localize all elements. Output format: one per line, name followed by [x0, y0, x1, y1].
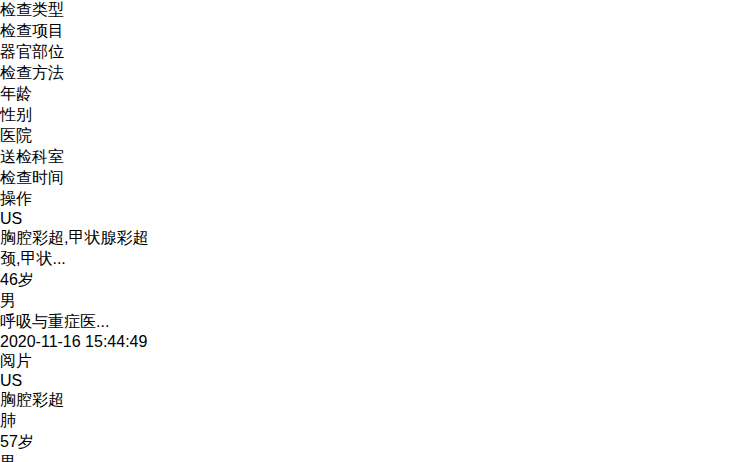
cell-exam-item: 胸腔彩超,甲状腺彩超: [0, 228, 750, 249]
col-header-action: 操作: [0, 189, 750, 210]
col-header-exam-item: 检查项目: [0, 21, 750, 42]
col-header-age: 年龄: [0, 84, 750, 105]
col-header-exam-type: 检查类型: [0, 0, 750, 21]
table-body: US 胸腔彩超,甲状腺彩超 颈,甲状... 46岁 男 呼吸与重症医... 20…: [0, 210, 750, 462]
cell-organ: 颈,甲状...: [0, 249, 750, 270]
cell-gender: 男: [0, 291, 750, 312]
col-header-gender: 性别: [0, 105, 750, 126]
cell-age: 46岁: [0, 270, 750, 291]
col-header-department: 送检科室: [0, 147, 750, 168]
cell-exam-item: 胸腔彩超: [0, 390, 750, 411]
cell-organ: 肺: [0, 411, 750, 432]
col-header-organ: 器官部位: [0, 42, 750, 63]
cell-age: 57岁: [0, 432, 750, 453]
table-row: US 胸腔彩超,甲状腺彩超 颈,甲状... 46岁 男 呼吸与重症医... 20…: [0, 210, 750, 372]
cell-exam-type: US: [0, 210, 750, 228]
cell-gender: 男: [0, 453, 750, 462]
cell-action: 阅片: [0, 351, 750, 372]
cell-exam-time: 2020-11-16 15:44:49: [0, 333, 750, 351]
col-header-hospital: 医院: [0, 126, 750, 147]
col-header-method: 检查方法: [0, 63, 750, 84]
exam-time-label: 检查时间: [0, 169, 64, 186]
table-row: US 胸腔彩超 肺 57岁 男 呼吸与重症医... 2020-11-25 13:…: [0, 372, 750, 462]
table-header-row: 检查类型 检查项目 器官部位 检查方法 年龄 性别 医院 送检科室 检查时间 操…: [0, 0, 750, 210]
exam-list-screen: 检查类型 检查项目 器官部位 检查方法 年龄 性别 医院 送检科室 检查时间 操…: [0, 0, 750, 462]
cell-department: 呼吸与重症医...: [0, 312, 750, 333]
view-image-link[interactable]: 阅片: [0, 352, 32, 369]
cell-exam-type: US: [0, 372, 750, 390]
col-header-exam-time[interactable]: 检查时间: [0, 168, 750, 189]
